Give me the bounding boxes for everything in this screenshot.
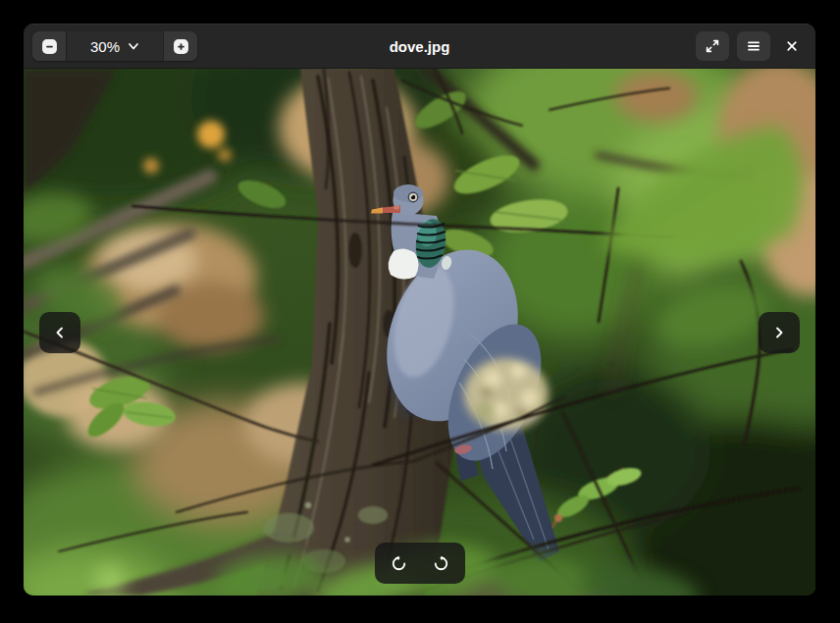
photo-foreground-dried-flower [464, 358, 549, 431]
zoom-in-button[interactable] [164, 31, 197, 61]
zoom-level-value: 30% [90, 38, 120, 55]
zoom-out-icon [41, 38, 58, 55]
zoom-in-icon [173, 38, 189, 55]
titlebar[interactable]: 30% dove.jpg [24, 24, 815, 69]
photo-viewport [24, 69, 815, 596]
previous-image-button[interactable] [39, 312, 80, 353]
photo-pigeon-eye [408, 192, 419, 203]
zoom-out-button[interactable] [32, 31, 66, 61]
next-image-button[interactable] [759, 312, 800, 353]
chevron-right-icon [771, 325, 787, 340]
titlebar-right-controls [696, 31, 806, 61]
chevron-left-icon [52, 325, 68, 340]
fullscreen-icon [705, 38, 720, 54]
window-title: dove.jpg [390, 37, 450, 54]
zoom-level-menu-button[interactable]: 30% [66, 31, 164, 61]
zoom-control-group: 30% [32, 31, 197, 61]
image-viewer-window: 30% dove.jpg [24, 24, 815, 596]
rotate-clockwise-icon [433, 555, 449, 572]
fullscreen-button[interactable] [696, 31, 729, 61]
rotate-counterclockwise-icon [391, 555, 407, 572]
rotate-counterclockwise-button[interactable] [380, 545, 418, 581]
photo-pigeon-white-collar [389, 248, 419, 279]
close-window-icon [785, 39, 799, 53]
photo-dove-jpg [24, 69, 815, 596]
close-window-button[interactable] [778, 31, 806, 61]
desktop-background: 30% dove.jpg [0, 0, 840, 623]
chevron-down-icon [128, 40, 139, 52]
hamburger-menu-icon [746, 38, 761, 54]
main-menu-button[interactable] [737, 31, 770, 61]
rotate-clockwise-button[interactable] [422, 545, 460, 581]
rotate-toolbar [375, 543, 465, 584]
